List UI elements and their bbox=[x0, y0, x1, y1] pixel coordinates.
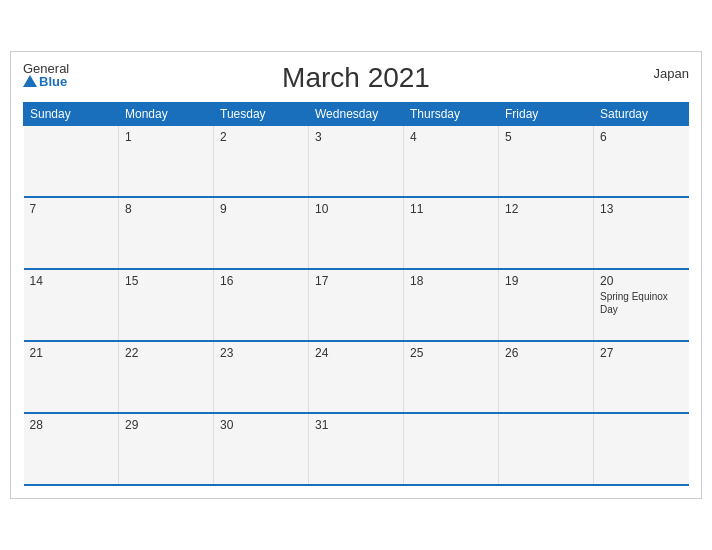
day-number: 9 bbox=[220, 202, 302, 216]
calendar-cell bbox=[24, 125, 119, 197]
calendar-header: General Blue March 2021 Japan bbox=[23, 62, 689, 94]
calendar-cell: 19 bbox=[499, 269, 594, 341]
weekday-header-row: SundayMondayTuesdayWednesdayThursdayFrid… bbox=[24, 102, 689, 125]
calendar-cell: 21 bbox=[24, 341, 119, 413]
day-number: 2 bbox=[220, 130, 302, 144]
calendar-cell: 3 bbox=[309, 125, 404, 197]
day-number: 23 bbox=[220, 346, 302, 360]
day-number: 6 bbox=[600, 130, 683, 144]
country-label: Japan bbox=[654, 66, 689, 81]
calendar-cell: 4 bbox=[404, 125, 499, 197]
week-row-3: 21222324252627 bbox=[24, 341, 689, 413]
day-number: 11 bbox=[410, 202, 492, 216]
weekday-header-tuesday: Tuesday bbox=[214, 102, 309, 125]
day-number: 5 bbox=[505, 130, 587, 144]
day-event: Spring Equinox Day bbox=[600, 290, 683, 316]
calendar-cell: 30 bbox=[214, 413, 309, 485]
calendar-cell bbox=[404, 413, 499, 485]
calendar-cell: 18 bbox=[404, 269, 499, 341]
week-row-1: 78910111213 bbox=[24, 197, 689, 269]
weekday-header-friday: Friday bbox=[499, 102, 594, 125]
day-number: 8 bbox=[125, 202, 207, 216]
day-number: 19 bbox=[505, 274, 587, 288]
calendar-cell: 15 bbox=[119, 269, 214, 341]
weekday-header-monday: Monday bbox=[119, 102, 214, 125]
week-row-4: 28293031 bbox=[24, 413, 689, 485]
calendar-cell: 12 bbox=[499, 197, 594, 269]
calendar-cell: 1 bbox=[119, 125, 214, 197]
calendar-cell bbox=[594, 413, 689, 485]
logo-general-text: General bbox=[23, 62, 69, 75]
day-number: 14 bbox=[30, 274, 113, 288]
weekday-header-sunday: Sunday bbox=[24, 102, 119, 125]
day-number: 3 bbox=[315, 130, 397, 144]
day-number: 25 bbox=[410, 346, 492, 360]
logo-blue-label: Blue bbox=[39, 75, 67, 88]
calendar-cell: 13 bbox=[594, 197, 689, 269]
calendar-cell: 10 bbox=[309, 197, 404, 269]
calendar-cell: 31 bbox=[309, 413, 404, 485]
week-row-0: 123456 bbox=[24, 125, 689, 197]
day-number: 28 bbox=[30, 418, 113, 432]
week-row-2: 14151617181920Spring Equinox Day bbox=[24, 269, 689, 341]
calendar-cell: 11 bbox=[404, 197, 499, 269]
calendar-grid: SundayMondayTuesdayWednesdayThursdayFrid… bbox=[23, 102, 689, 487]
calendar-cell: 14 bbox=[24, 269, 119, 341]
day-number: 15 bbox=[125, 274, 207, 288]
weekday-header-wednesday: Wednesday bbox=[309, 102, 404, 125]
day-number: 29 bbox=[125, 418, 207, 432]
calendar-cell: 5 bbox=[499, 125, 594, 197]
day-number: 21 bbox=[30, 346, 113, 360]
calendar-cell: 2 bbox=[214, 125, 309, 197]
calendar-cell: 28 bbox=[24, 413, 119, 485]
calendar-cell: 24 bbox=[309, 341, 404, 413]
calendar-cell: 22 bbox=[119, 341, 214, 413]
day-number: 30 bbox=[220, 418, 302, 432]
day-number: 10 bbox=[315, 202, 397, 216]
day-number: 12 bbox=[505, 202, 587, 216]
calendar-cell: 7 bbox=[24, 197, 119, 269]
day-number: 24 bbox=[315, 346, 397, 360]
day-number: 22 bbox=[125, 346, 207, 360]
weekday-header-thursday: Thursday bbox=[404, 102, 499, 125]
calendar-cell: 26 bbox=[499, 341, 594, 413]
calendar-cell: 23 bbox=[214, 341, 309, 413]
day-number: 7 bbox=[30, 202, 113, 216]
calendar-container: General Blue March 2021 Japan SundayMond… bbox=[10, 51, 702, 500]
day-number: 18 bbox=[410, 274, 492, 288]
day-number: 1 bbox=[125, 130, 207, 144]
calendar-cell: 16 bbox=[214, 269, 309, 341]
calendar-cell: 9 bbox=[214, 197, 309, 269]
logo-blue-text: Blue bbox=[23, 75, 69, 88]
calendar-cell: 8 bbox=[119, 197, 214, 269]
calendar-cell: 20Spring Equinox Day bbox=[594, 269, 689, 341]
calendar-cell: 27 bbox=[594, 341, 689, 413]
calendar-cell: 17 bbox=[309, 269, 404, 341]
logo-triangle-icon bbox=[23, 75, 37, 87]
calendar-cell: 25 bbox=[404, 341, 499, 413]
day-number: 27 bbox=[600, 346, 683, 360]
day-number: 4 bbox=[410, 130, 492, 144]
day-number: 20 bbox=[600, 274, 683, 288]
calendar-cell bbox=[499, 413, 594, 485]
weekday-header-saturday: Saturday bbox=[594, 102, 689, 125]
logo: General Blue bbox=[23, 62, 69, 88]
calendar-title: March 2021 bbox=[282, 62, 430, 94]
calendar-cell: 6 bbox=[594, 125, 689, 197]
calendar-cell: 29 bbox=[119, 413, 214, 485]
day-number: 17 bbox=[315, 274, 397, 288]
day-number: 31 bbox=[315, 418, 397, 432]
day-number: 13 bbox=[600, 202, 683, 216]
day-number: 16 bbox=[220, 274, 302, 288]
day-number: 26 bbox=[505, 346, 587, 360]
